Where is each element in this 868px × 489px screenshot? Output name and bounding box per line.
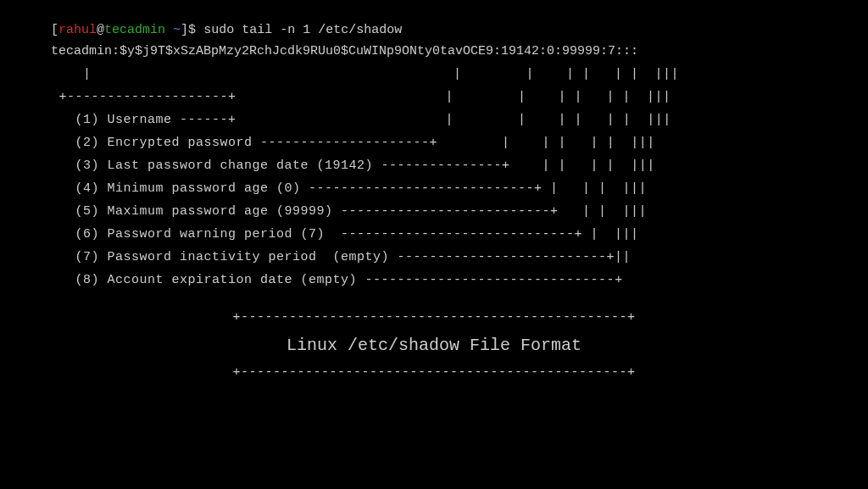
field-8: (8) Account expiration date (empty) — [75, 273, 358, 287]
field-6: (6) Password warning period (7) — [75, 227, 326, 242]
footer-rule-bottom: +---------------------------------------… — [51, 364, 817, 383]
bracket-close: ] — [181, 23, 188, 37]
terminal-prompt: [rahul@tecadmin ~]$ sudo tail -n 1 /etc/… — [51, 21, 817, 41]
field-3: (3) Last password change date (19142) — [75, 158, 374, 173]
prompt-user: rahul — [58, 23, 97, 37]
field-5: (5) Maximum password age (99999) — [75, 204, 333, 219]
footer-title: Linux /etc/shadow File Format — [51, 333, 817, 358]
footer-rule-top: +---------------------------------------… — [51, 308, 817, 328]
field-7: (7) Password inactivity period (empty) — [75, 250, 390, 264]
prompt-tilde: ~ — [165, 23, 181, 37]
field-diagram: | | | | | | | ||| +--------------------+… — [51, 63, 817, 292]
prompt-dollar: $ — [188, 23, 196, 37]
bracket-open: [ — [51, 23, 58, 37]
field-1: (1) Username — [75, 113, 172, 127]
prompt-at: @ — [97, 23, 104, 37]
field-2: (2) Encrypted password — [75, 136, 253, 150]
footer-section: +---------------------------------------… — [51, 308, 817, 382]
field-4: (4) Minimum password age (0) — [75, 181, 301, 196]
command-output: tecadmin:$y$j9T$xSzABpMzy2RchJcdk9RUu0$C… — [51, 42, 817, 62]
command-text: sudo tail -n 1 /etc/shadow — [203, 23, 402, 37]
prompt-host: tecadmin — [104, 23, 165, 37]
